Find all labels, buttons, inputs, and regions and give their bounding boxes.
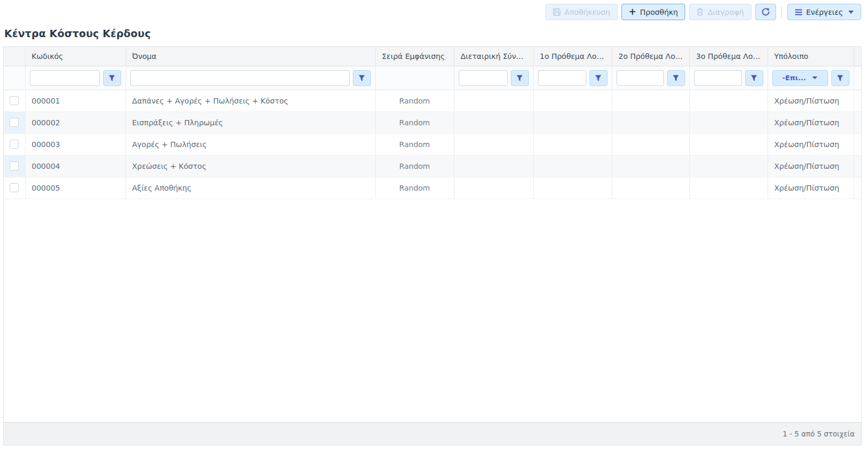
table-filter-row: -Επι... bbox=[4, 66, 861, 90]
column-header-prefix2[interactable]: 2ο Πρόθεμα Λογισ... bbox=[612, 47, 689, 66]
cell-name: Αγορές + Πωλήσεις bbox=[125, 133, 375, 155]
cell-code: 000003 bbox=[25, 133, 125, 155]
save-button-label: Αποθήκευση bbox=[564, 8, 610, 16]
cell-filler bbox=[854, 155, 861, 177]
cell-prefix1 bbox=[533, 90, 612, 112]
cell-prefix1 bbox=[533, 155, 612, 177]
cell-prefix3 bbox=[689, 90, 768, 112]
cell-prefix3 bbox=[689, 112, 768, 133]
cell-code: 000005 bbox=[25, 177, 125, 199]
table-row[interactable]: 000003 Αγορές + Πωλήσεις Random Χρέωση/Π… bbox=[4, 133, 861, 155]
prefix2-filter-button[interactable] bbox=[667, 70, 685, 86]
actions-menu-button[interactable]: Ενέργειες bbox=[787, 4, 862, 20]
column-header-filler bbox=[854, 47, 861, 66]
prefix3-filter-input[interactable] bbox=[694, 70, 742, 86]
cell-name: Εισπράξεις + Πληρωμές bbox=[125, 112, 375, 133]
column-header-display-order[interactable]: Σειρά Εμφάνισης bbox=[375, 47, 454, 66]
cell-prefix1 bbox=[533, 133, 612, 155]
cell-prefix2 bbox=[612, 155, 689, 177]
cell-display-order: Random bbox=[375, 155, 454, 177]
save-button[interactable]: Αποθήκευση bbox=[545, 4, 618, 20]
cell-prefix3 bbox=[689, 155, 768, 177]
row-checkbox[interactable] bbox=[10, 118, 19, 127]
balance-filter-selected: -Επι... bbox=[782, 74, 806, 82]
cell-balance: Χρέωση/Πίστωση bbox=[768, 155, 854, 177]
column-header-code[interactable]: Κωδικός bbox=[25, 47, 125, 66]
grid-footer: 1 - 5 από 5 στοιχεία bbox=[4, 422, 861, 445]
column-header-prefix1[interactable]: 1ο Πρόθεμα Λογισ... bbox=[533, 47, 612, 66]
table-row[interactable]: 000001 Δαπάνες + Αγορές + Πωλήσεις + Κόσ… bbox=[4, 90, 861, 112]
trash-icon bbox=[696, 8, 704, 16]
app-window: Αποθήκευση + Προσθήκη Διαγραφή bbox=[0, 0, 868, 454]
column-header-balance[interactable]: Υπόλοιπο bbox=[768, 47, 854, 66]
column-header-intercompany[interactable]: Διεταιρική Σύνδεση bbox=[454, 47, 533, 66]
cell-intercompany bbox=[454, 90, 533, 112]
cost-centers-table: Κωδικός Όνομα Σειρά Εμφάνισης Διεταιρική… bbox=[4, 47, 861, 199]
delete-button-label: Διαγραφή bbox=[707, 8, 744, 16]
toolbar-divider bbox=[781, 6, 782, 18]
cell-name: Χρεώσεις + Κόστος bbox=[125, 155, 375, 177]
cell-balance: Χρέωση/Πίστωση bbox=[768, 112, 854, 133]
cell-display-order: Random bbox=[375, 112, 454, 133]
refresh-button[interactable] bbox=[755, 4, 776, 20]
prefix1-filter-input[interactable] bbox=[538, 70, 586, 86]
cell-code: 000004 bbox=[25, 155, 125, 177]
intercompany-filter-input[interactable] bbox=[459, 70, 508, 86]
page-title: Κέντρα Κόστους Κέρδους bbox=[4, 28, 868, 39]
balance-filter-dropdown[interactable]: -Επι... bbox=[772, 70, 828, 86]
intercompany-filter-button[interactable] bbox=[511, 70, 529, 86]
add-button[interactable]: + Προσθήκη bbox=[621, 4, 686, 20]
column-header-prefix3[interactable]: 3ο Πρόθεμα Λογισ... bbox=[689, 47, 768, 66]
cell-prefix1 bbox=[533, 177, 612, 199]
cell-prefix2 bbox=[612, 177, 689, 199]
cell-code: 000001 bbox=[25, 90, 125, 112]
row-checkbox[interactable] bbox=[10, 96, 19, 105]
row-checkbox[interactable] bbox=[10, 183, 19, 192]
cell-balance: Χρέωση/Πίστωση bbox=[768, 90, 854, 112]
cell-intercompany bbox=[454, 177, 533, 199]
filter-cell-checkbox bbox=[4, 66, 25, 90]
cell-display-order: Random bbox=[375, 90, 454, 112]
cell-intercompany bbox=[454, 112, 533, 133]
delete-button[interactable]: Διαγραφή bbox=[689, 4, 751, 20]
cell-filler bbox=[854, 90, 861, 112]
table-row[interactable]: 000002 Εισπράξεις + Πληρωμές Random Χρέω… bbox=[4, 112, 861, 133]
code-filter-input[interactable] bbox=[30, 70, 100, 86]
toolbar: Αποθήκευση + Προσθήκη Διαγραφή bbox=[0, 0, 868, 23]
prefix1-filter-button[interactable] bbox=[589, 70, 608, 86]
add-button-label: Προσθήκη bbox=[640, 8, 678, 16]
chevron-down-icon bbox=[812, 76, 818, 79]
cell-display-order: Random bbox=[375, 133, 454, 155]
cell-prefix2 bbox=[612, 112, 689, 133]
table-row[interactable]: 000004 Χρεώσεις + Κόστος Random Χρέωση/Π… bbox=[4, 155, 861, 177]
balance-filter-button[interactable] bbox=[831, 70, 849, 86]
cell-balance: Χρέωση/Πίστωση bbox=[768, 133, 854, 155]
prefix2-filter-input[interactable] bbox=[617, 70, 664, 86]
code-filter-button[interactable] bbox=[103, 70, 121, 86]
display-order-filter-cell bbox=[375, 66, 454, 90]
plus-icon: + bbox=[629, 7, 636, 16]
name-filter-input[interactable] bbox=[130, 70, 350, 86]
cell-filler bbox=[854, 112, 861, 133]
floppy-disk-icon bbox=[553, 8, 561, 16]
column-header-name[interactable]: Όνομα bbox=[125, 47, 375, 66]
cell-intercompany bbox=[454, 155, 533, 177]
name-filter-button[interactable] bbox=[353, 70, 371, 86]
cell-filler bbox=[854, 133, 861, 155]
row-checkbox[interactable] bbox=[10, 161, 19, 170]
cell-prefix2 bbox=[612, 90, 689, 112]
prefix3-filter-button[interactable] bbox=[745, 70, 763, 86]
table-header-row: Κωδικός Όνομα Σειρά Εμφάνισης Διεταιρική… bbox=[4, 47, 861, 66]
row-checkbox[interactable] bbox=[10, 140, 19, 149]
actions-menu-label: Ενέργειες bbox=[806, 8, 844, 16]
cell-prefix1 bbox=[533, 112, 612, 133]
cell-prefix2 bbox=[612, 133, 689, 155]
refresh-icon bbox=[761, 7, 770, 16]
cell-prefix3 bbox=[689, 133, 768, 155]
table-row[interactable]: 000005 Αξίες Αποθήκης Random Χρέωση/Πίστ… bbox=[4, 177, 861, 199]
cell-name: Αξίες Αποθήκης bbox=[125, 177, 375, 199]
cell-name: Δαπάνες + Αγορές + Πωλήσεις + Κόστος bbox=[125, 90, 375, 112]
chevron-down-icon bbox=[848, 11, 854, 14]
cost-centers-grid: Κωδικός Όνομα Σειρά Εμφάνισης Διεταιρική… bbox=[3, 46, 862, 446]
pager-summary: 1 - 5 από 5 στοιχεία bbox=[783, 430, 855, 438]
